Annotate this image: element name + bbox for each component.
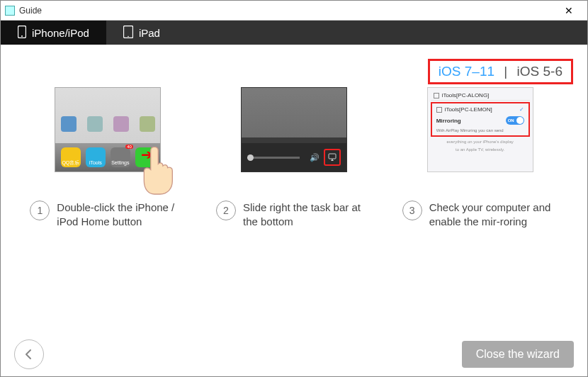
svg-rect-4 [329, 154, 336, 159]
step-number-1: 1 [30, 201, 50, 220]
step-number-3: 3 [402, 201, 422, 220]
back-button[interactable] [14, 339, 44, 369]
ios-7-11-link[interactable]: iOS 7–11 [439, 64, 494, 79]
close-wizard-button[interactable]: Close the wizard [462, 341, 574, 368]
svg-point-3 [128, 35, 129, 37]
chevron-left-icon [23, 349, 35, 360]
tab-label: iPhone/iPod [32, 27, 89, 39]
mirroring-toggle: ON [506, 116, 524, 125]
brightness-slider-icon [247, 157, 300, 159]
step-3-text: Check your computer and enable the mir-r… [429, 201, 558, 228]
content-area: iOS 7–11 | iOS 5-6 QQ音乐 iTools Settings4… [1, 45, 587, 331]
step-1: QQ音乐 iTools Settings40 ➔ 1 Double-click … [30, 87, 186, 228]
step-number-2: 2 [216, 201, 236, 220]
phone-icon [18, 26, 26, 40]
tab-iphone-ipod[interactable]: iPhone/iPod [1, 21, 106, 45]
window-title: Guide [19, 6, 555, 16]
step-1-text: Double-click the iPhone / iPod Home butt… [57, 201, 186, 228]
footer: Close the wizard [0, 332, 588, 377]
airplay-icon [324, 149, 341, 166]
dock-app-itools: iTools [86, 147, 106, 167]
mirroring-note: With AirPlay Mirroring you can send [434, 127, 527, 134]
step-2-text: Slide right the task bar at the bottom [243, 201, 372, 228]
step-3: iTools[PC-ALONG] iTools[PC-LEMON]✓ Mirro… [402, 87, 558, 228]
device-tabs: iPhone/iPod iPad [1, 21, 587, 45]
panel-footer-2: to an Apple TV, wirelessly. [431, 147, 530, 152]
tablet-icon [123, 26, 133, 40]
step-2: 🔊 2 Slide right the task bar at the bott… [216, 87, 372, 228]
app-icon [5, 6, 15, 16]
device-1-label: iTools[PC-ALONG] [442, 92, 490, 99]
svg-point-1 [21, 35, 23, 37]
device-2-label: iTools[PC-LEMON] [445, 106, 492, 113]
step-2-image: 🔊 [241, 87, 347, 172]
ios-5-6-link[interactable]: iOS 5-6 [517, 64, 562, 79]
dock-app-qq: QQ音乐 [61, 147, 81, 167]
separator: | [504, 64, 507, 79]
tab-ipad[interactable]: iPad [106, 21, 177, 45]
close-icon[interactable]: ✕ [555, 1, 583, 20]
volume-icon: 🔊 [310, 153, 320, 162]
panel-footer-1: everything on your iPhone's display [431, 140, 530, 145]
tab-label: iPad [139, 27, 160, 39]
step-1-image: QQ音乐 iTools Settings40 ➔ [55, 87, 161, 172]
pointing-hand-icon [132, 143, 188, 200]
ios-version-selector: iOS 7–11 | iOS 5-6 [428, 59, 573, 84]
dock-app-settings: Settings40 [111, 147, 130, 167]
step-3-image: iTools[PC-ALONG] iTools[PC-LEMON]✓ Mirro… [427, 87, 533, 172]
mirroring-label: Mirroring [436, 118, 461, 124]
titlebar: Guide ✕ [1, 1, 587, 21]
